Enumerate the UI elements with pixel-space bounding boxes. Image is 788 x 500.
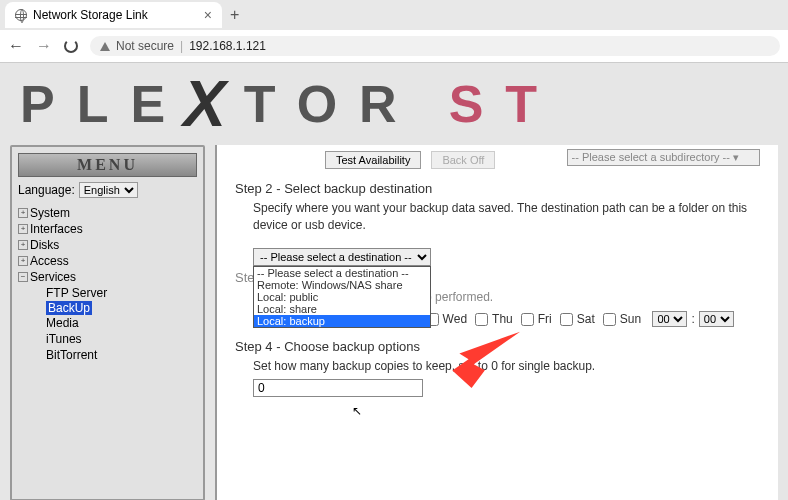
brand-right: TOR bbox=[244, 74, 419, 134]
sidebar-item-bittorrent[interactable]: BitTorrent bbox=[46, 347, 197, 363]
collapse-icon[interactable]: − bbox=[18, 272, 28, 282]
brand-tail: ST bbox=[449, 74, 559, 134]
reload-button[interactable] bbox=[64, 39, 78, 53]
browser-tab[interactable]: Network Storage Link × bbox=[5, 2, 222, 28]
expand-icon[interactable]: + bbox=[18, 256, 28, 266]
subdirectory-select[interactable]: -- Please select a subdirectory -- ▾ bbox=[567, 149, 760, 166]
forward-button[interactable]: → bbox=[36, 37, 52, 55]
sidebar-item-backup[interactable]: BackUp bbox=[46, 301, 92, 315]
main-panel: -- Please select a subdirectory -- ▾ Tes… bbox=[215, 145, 778, 500]
dest-option[interactable]: Remote: Windows/NAS share bbox=[254, 279, 430, 291]
dest-option[interactable]: Local: public bbox=[254, 291, 430, 303]
address-bar: ← → Not secure | 192.168.1.121 bbox=[0, 30, 788, 62]
close-tab-icon[interactable]: × bbox=[204, 7, 212, 23]
language-label: Language: bbox=[18, 183, 75, 197]
minute-select[interactable]: 00 bbox=[699, 311, 734, 327]
menu-header: MENU bbox=[18, 153, 197, 177]
expand-icon[interactable]: + bbox=[18, 224, 28, 234]
dest-option[interactable]: Local: share bbox=[254, 303, 430, 315]
tab-bar: Network Storage Link × + bbox=[0, 0, 788, 30]
sidebar-item-ftp[interactable]: FTP Server bbox=[46, 285, 197, 301]
checkbox-sun[interactable] bbox=[603, 313, 616, 326]
language-select[interactable]: English bbox=[79, 182, 138, 198]
copies-input[interactable] bbox=[253, 379, 423, 397]
globe-icon bbox=[15, 9, 27, 21]
url-input[interactable]: Not secure | 192.168.1.121 bbox=[90, 36, 780, 56]
checkbox-thu[interactable] bbox=[475, 313, 488, 326]
destination-dropdown: -- Please select a destination -- Remote… bbox=[253, 266, 431, 328]
nav-tree: +System +Interfaces +Disks +Access −Serv… bbox=[16, 201, 199, 367]
sidebar-item-interfaces[interactable]: +Interfaces bbox=[18, 221, 197, 237]
sidebar-item-disks[interactable]: +Disks bbox=[18, 237, 197, 253]
brand-left: PLE bbox=[20, 74, 187, 134]
hour-select[interactable]: 00 bbox=[652, 311, 687, 327]
back-button[interactable]: ← bbox=[8, 37, 24, 55]
step2-title: Step 2 - Select backup destination bbox=[235, 181, 760, 196]
checkbox-sat[interactable] bbox=[560, 313, 573, 326]
not-secure-label: Not secure bbox=[116, 39, 174, 53]
not-secure-icon bbox=[100, 42, 110, 51]
url-text: 192.168.1.121 bbox=[189, 39, 266, 53]
dest-option[interactable]: -- Please select a destination -- bbox=[254, 267, 430, 279]
back-off-button[interactable]: Back Off bbox=[431, 151, 495, 169]
test-availability-button[interactable]: Test Availability bbox=[325, 151, 421, 169]
sidebar-item-media[interactable]: Media bbox=[46, 315, 197, 331]
sidebar-item-system[interactable]: +System bbox=[18, 205, 197, 221]
checkbox-fri[interactable] bbox=[521, 313, 534, 326]
sidebar-item-itunes[interactable]: iTunes bbox=[46, 331, 197, 347]
destination-select[interactable]: -- Please select a destination -- bbox=[253, 248, 431, 266]
sidebar: MENU Language: English +System +Interfac… bbox=[10, 145, 205, 500]
sidebar-item-access[interactable]: +Access bbox=[18, 253, 197, 269]
tab-title: Network Storage Link bbox=[33, 8, 148, 22]
url-separator: | bbox=[180, 39, 183, 53]
brand-banner: PLE X TOR ST bbox=[0, 63, 788, 145]
brand-x: X bbox=[183, 67, 248, 141]
step4-title: Step 4 - Choose backup options bbox=[235, 339, 760, 354]
step4-body: Set how many backup copies to keep, set … bbox=[253, 358, 760, 375]
dest-option-highlighted[interactable]: Local: backup bbox=[254, 315, 430, 327]
expand-icon[interactable]: + bbox=[18, 208, 28, 218]
expand-icon[interactable]: + bbox=[18, 240, 28, 250]
new-tab-button[interactable]: + bbox=[230, 6, 239, 24]
step2-body: Specify where you want your backup data … bbox=[253, 200, 760, 234]
sidebar-item-services[interactable]: −Services bbox=[18, 269, 197, 285]
